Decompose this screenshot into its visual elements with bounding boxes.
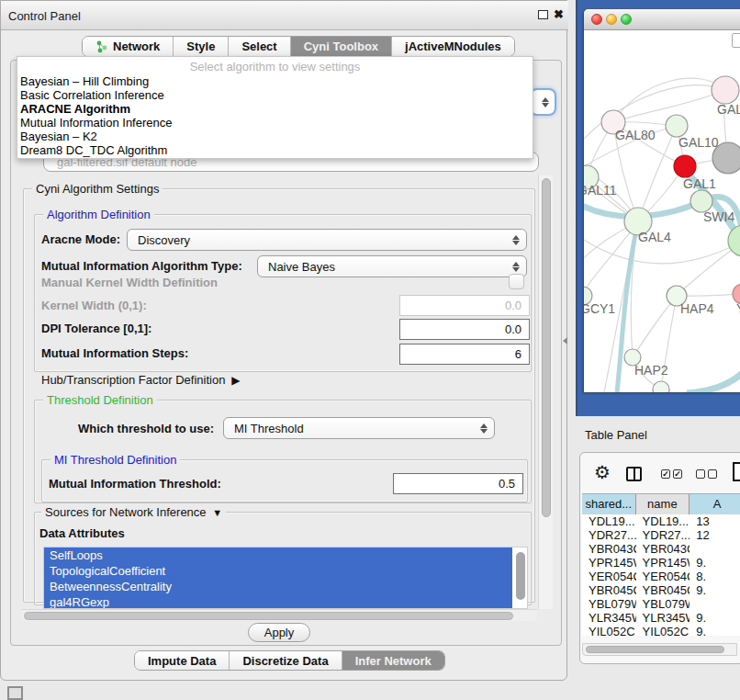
apply-button[interactable]: Apply	[248, 623, 310, 642]
mi-threshold-field[interactable]: 0.5	[393, 473, 523, 494]
table-cell: YBR045C	[582, 583, 636, 597]
network-window-titlebar[interactable]	[584, 9, 740, 30]
attribute-list-item[interactable]: BetweennessCentrality	[44, 579, 512, 594]
table-row[interactable]: YIL052CYIL052C9.	[582, 625, 740, 636]
dropdown-item[interactable]: Mutual Information Inference	[17, 116, 533, 130]
network-node[interactable]	[653, 381, 669, 392]
close-panel-icon[interactable]: ✖	[554, 7, 564, 21]
dropdown-item[interactable]: Dream8 DC_TDC Algorithm	[17, 143, 533, 157]
mi-type-combo[interactable]: Naive Bayes	[257, 255, 527, 277]
table-row[interactable]: YLR345WYLR345W9.	[582, 611, 740, 625]
table-row[interactable]: YER054CYER054C8.	[582, 570, 740, 583]
algorithm-combo-remnant[interactable]	[530, 88, 556, 116]
tab-jactivemnodules[interactable]: jActiveMNodules	[392, 37, 514, 56]
control-tab-bar: NetworkStyleSelectCyni ToolboxjActiveMNo…	[82, 36, 515, 57]
algorithm-dropdown-list: Select algorithm to view settings Bayesi…	[17, 56, 533, 159]
checked-box-icon[interactable]: ✓	[673, 469, 682, 479]
tab-impute-data[interactable]: Impute Data	[135, 651, 230, 670]
manual-kernel-checkbox[interactable]	[509, 274, 524, 289]
table-row[interactable]: YBL079WYBL079W	[582, 597, 740, 611]
table-cell: 9.	[690, 611, 740, 625]
network-edge[interactable]	[687, 370, 740, 392]
network-edge[interactable]	[633, 296, 677, 357]
column-header[interactable]: shared...	[582, 494, 636, 514]
table-row[interactable]: YDL19...YDL19...13	[582, 514, 740, 528]
unchecked-box-icon[interactable]	[696, 469, 705, 479]
network-canvas[interactable]: GALGAL80GAL10GAL1GAL11SWI4GAL4GCY1HAP4YH…	[584, 30, 740, 392]
dropdown-item[interactable]: Bayesian – Hill Climbing	[17, 74, 533, 88]
columns-icon[interactable]	[626, 467, 642, 481]
network-node[interactable]	[674, 155, 696, 177]
network-corner-widget[interactable]	[732, 33, 740, 48]
table-row[interactable]: YDR27...YDR27...12	[582, 528, 740, 542]
table-cell: 8.	[690, 570, 740, 583]
table-row[interactable]: YBR043CYBR043C	[582, 542, 740, 556]
expand-right-icon: ▶	[229, 374, 241, 387]
tab-discretize-data[interactable]: Discretize Data	[230, 651, 342, 670]
network-view-window: GALGAL80GAL10GAL1GAL11SWI4GAL4GCY1HAP4YH…	[584, 9, 740, 392]
network-graph[interactable]: GALGAL80GAL10GAL1GAL11SWI4GAL4GCY1HAP4YH…	[584, 30, 740, 392]
sources-group-title[interactable]: Sources for Network Inference ▼	[41, 505, 226, 519]
screen: Control Panel ✖ Cyni Algorithm Settings …	[0, 0, 740, 700]
tab-select[interactable]: Select	[229, 37, 290, 56]
document-icon[interactable]	[733, 462, 740, 481]
mi-steps-field[interactable]: 6	[399, 344, 530, 365]
network-node[interactable]	[712, 76, 739, 104]
dropdown-prompt: Select algorithm to view settings	[17, 57, 533, 74]
dropdown-item[interactable]: Bayesian – K2	[17, 130, 533, 143]
dropdown-item[interactable]: Basic Correlation Inference	[17, 88, 533, 102]
close-traffic-light-icon[interactable]	[591, 14, 602, 25]
node-label: GCY1	[584, 301, 615, 316]
control-panel-titlebar: Control Panel ✖	[1, 1, 568, 30]
float-window-icon[interactable]	[538, 10, 548, 19]
column-header[interactable]: A	[690, 494, 740, 514]
network-node[interactable]	[666, 115, 688, 137]
mi-type-label: Mutual Information Algorithm Type:	[41, 259, 242, 273]
dropdown-item[interactable]: ARACNE Algorithm	[17, 102, 533, 116]
data-attributes-list[interactable]: SelfLoopsTopologicalCoefficientBetweenne…	[43, 547, 528, 609]
node-label: HAP2	[634, 363, 668, 378]
unchecked-box-icon[interactable]	[708, 469, 717, 479]
vertical-scrollbar-thumb[interactable]	[542, 178, 551, 517]
manual-kernel-label: Manual Kernel Width Definition	[41, 276, 218, 289]
list-scrollbar-thumb[interactable]	[516, 552, 525, 600]
kernel-width-field[interactable]: 0.0	[399, 295, 530, 316]
table-row[interactable]: YPR145WYPR145W9.	[582, 556, 740, 570]
panel-title: Control Panel	[8, 9, 81, 23]
horizontal-scrollbar-thumb[interactable]	[24, 612, 513, 620]
attribute-list-item[interactable]: SelfLoops	[44, 548, 512, 563]
column-header[interactable]: name	[636, 494, 690, 514]
which-threshold-combo[interactable]: MI Threshold	[223, 417, 495, 439]
table-cell: YBL079W	[636, 597, 690, 611]
table-cell: YPR145W	[582, 556, 636, 570]
dpi-tolerance-field[interactable]: 0.0	[399, 319, 530, 340]
mi-steps-label: Mutual Information Steps:	[41, 346, 188, 360]
table-cell: YER054C	[636, 570, 690, 583]
tab-infer-network[interactable]: Infer Network	[342, 651, 444, 670]
panel-divider-handle[interactable]	[563, 337, 567, 344]
hub-section-toggle[interactable]: Hub/Transcription Factor Definition ▶	[41, 373, 241, 387]
node-label: GAL80	[615, 128, 656, 142]
tab-network[interactable]: Network	[83, 37, 174, 56]
settings-horizontal-scrollbar[interactable]	[21, 609, 537, 621]
minimize-traffic-light-icon[interactable]	[606, 14, 617, 25]
attribute-list-item[interactable]: gal4RGexp	[44, 594, 512, 609]
mi-threshold-group-title: MI Threshold Definition	[50, 453, 180, 467]
table-cell	[690, 542, 740, 556]
settings-vertical-scrollbar[interactable]	[538, 175, 553, 609]
table-row[interactable]: YBR045CYBR045C9.	[582, 583, 740, 597]
aracne-mode-combo[interactable]: Discovery	[127, 229, 527, 251]
gear-icon[interactable]: ⚙	[594, 463, 611, 481]
checked-box-icon[interactable]: ✓	[661, 469, 670, 479]
tab-style[interactable]: Style	[174, 37, 229, 56]
kernel-width-label: Kernel Width (0,1):	[41, 299, 147, 312]
attribute-list-item[interactable]: TopologicalCoefficient	[44, 563, 512, 579]
zoom-traffic-light-icon[interactable]	[621, 14, 632, 25]
table-cell: YDL19...	[582, 514, 636, 528]
table-horizontal-scrollbar[interactable]	[582, 643, 737, 656]
dpi-tolerance-label: DPI Tolerance [0,1]:	[41, 322, 151, 335]
dock-corner-icon[interactable]	[7, 686, 23, 700]
network-edge[interactable]	[613, 78, 725, 122]
tab-cyni-toolbox[interactable]: Cyni Toolbox	[291, 37, 392, 56]
table-scrollbar-thumb[interactable]	[586, 646, 724, 653]
